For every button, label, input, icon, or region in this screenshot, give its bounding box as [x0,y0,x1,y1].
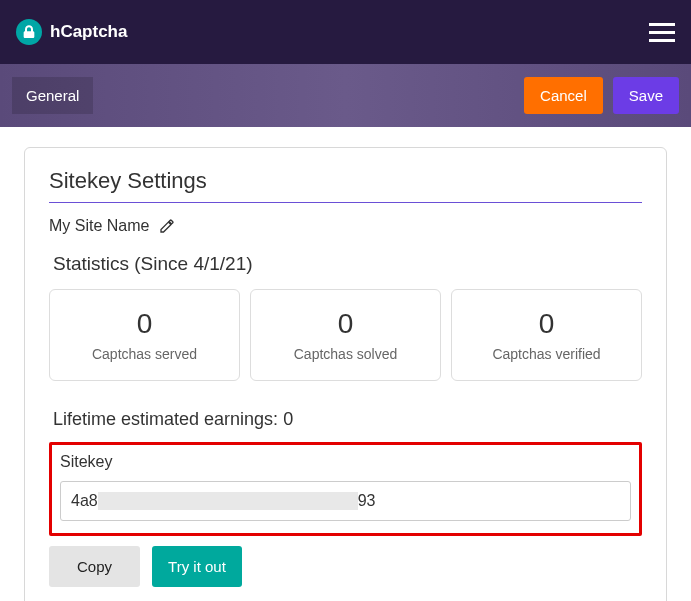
statistics-title: Statistics (Since 4/1/21) [53,253,642,275]
page-title: Sitekey Settings [49,168,642,203]
edit-icon[interactable] [159,218,175,234]
stat-value: 0 [259,308,432,340]
tab-general[interactable]: General [12,77,93,114]
copy-button[interactable]: Copy [49,546,140,587]
stat-verified: 0 Captchas verified [451,289,642,381]
top-bar: hCaptcha [0,0,691,64]
stat-value: 0 [460,308,633,340]
sitekey-section: Sitekey 4a8 93 [49,442,642,536]
action-buttons: Cancel Save [524,77,679,114]
save-button[interactable]: Save [613,77,679,114]
site-name: My Site Name [49,217,149,235]
copy-row: Copy Try it out [49,546,642,587]
sitekey-suffix: 93 [358,492,376,510]
earnings-value: 0 [283,409,293,429]
sub-bar: General Cancel Save [0,64,691,127]
logo-icon [16,19,42,45]
brand: hCaptcha [16,19,127,45]
brand-text: hCaptcha [50,22,127,42]
stat-label: Captchas served [58,346,231,362]
earnings-row: Lifetime estimated earnings: 0 [53,409,642,430]
statistics-row: 0 Captchas served 0 Captchas solved 0 Ca… [49,289,642,381]
sitekey-field[interactable]: 4a8 93 [60,481,631,521]
stat-value: 0 [58,308,231,340]
stat-served: 0 Captchas served [49,289,240,381]
site-name-row: My Site Name [49,217,642,235]
stat-label: Captchas verified [460,346,633,362]
settings-card: Sitekey Settings My Site Name Statistics… [24,147,667,601]
sitekey-label: Sitekey [60,453,631,471]
stat-solved: 0 Captchas solved [250,289,441,381]
cancel-button[interactable]: Cancel [524,77,603,114]
sitekey-prefix: 4a8 [71,492,98,510]
stat-label: Captchas solved [259,346,432,362]
sitekey-redacted [98,492,358,510]
menu-icon[interactable] [649,18,675,47]
earnings-label: Lifetime estimated earnings: [53,409,283,429]
try-it-out-button[interactable]: Try it out [152,546,242,587]
